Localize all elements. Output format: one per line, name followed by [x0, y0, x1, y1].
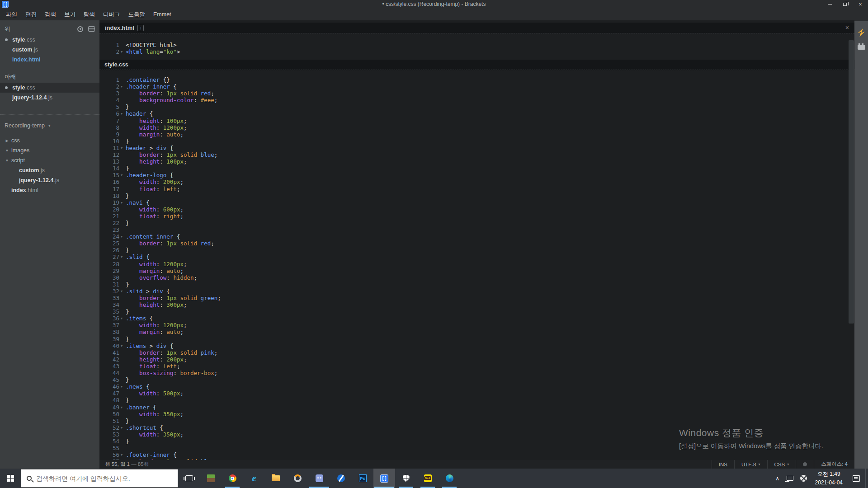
- code-line[interactable]: 8 width: 1200px;: [99, 124, 854, 131]
- taskbar-app-brackets[interactable]: []: [373, 469, 395, 488]
- menu-item[interactable]: 도움말: [124, 9, 150, 20]
- encoding-selector[interactable]: UTF-8 ▾: [734, 460, 767, 469]
- code-line[interactable]: 33 border: 1px solid green;: [99, 295, 854, 301]
- search-input[interactable]: [36, 475, 167, 482]
- code-line[interactable]: 14}: [99, 165, 854, 172]
- code-line[interactable]: 35}: [99, 308, 854, 315]
- close-button[interactable]: ×: [853, 0, 868, 9]
- code-line[interactable]: 7 height: 100px;: [99, 117, 854, 124]
- code-line[interactable]: 45}: [99, 376, 854, 383]
- extension-manager-icon[interactable]: [858, 45, 865, 50]
- minimize-button[interactable]: [822, 0, 837, 9]
- code-line[interactable]: 36▼.items {: [99, 315, 854, 322]
- code-line[interactable]: 37 width: 1200px;: [99, 322, 854, 328]
- code-line[interactable]: 1.container {}: [99, 76, 854, 83]
- code-line[interactable]: 39}: [99, 336, 854, 343]
- insert-mode-indicator[interactable]: INS: [712, 460, 734, 469]
- working-file-item[interactable]: index.html: [0, 55, 99, 65]
- language-selector[interactable]: CSS ▾: [767, 460, 796, 469]
- tree-file-custom.js[interactable]: custom.js: [0, 165, 99, 175]
- code-line[interactable]: 46▼.news {: [99, 383, 854, 390]
- code-line[interactable]: 15▼.header-logo {: [99, 172, 854, 178]
- tree-file-jquery-1.12.4.js[interactable]: jquery-1.12.4.js: [0, 175, 99, 185]
- code-line[interactable]: 2▼<html lang="ko">: [99, 48, 854, 55]
- code-line[interactable]: 32▼.slid > div {: [99, 288, 854, 295]
- code-line[interactable]: 21 float: right;: [99, 213, 854, 220]
- code-line[interactable]: 42 height: 200px;: [99, 356, 854, 363]
- menu-item[interactable]: 디버그: [99, 9, 124, 20]
- code-line[interactable]: 28 width: 1200px;: [99, 261, 854, 267]
- code-line[interactable]: 38 margin: auto;: [99, 328, 854, 335]
- menu-item[interactable]: 탐색: [80, 9, 99, 20]
- code-line[interactable]: 19▼.navi {: [99, 199, 854, 206]
- code-line[interactable]: 27▼.slid {: [99, 253, 854, 260]
- split-view-icon[interactable]: [88, 26, 95, 32]
- taskbar-app-defender[interactable]: [395, 469, 417, 488]
- tray-wheel-icon[interactable]: [797, 469, 811, 488]
- code-line[interactable]: 41 border: 1px solid pink;: [99, 349, 854, 356]
- code-line[interactable]: 16 width: 200px;: [99, 178, 854, 185]
- code-line[interactable]: 31}: [99, 281, 854, 288]
- tree-folder-script[interactable]: ▼script: [0, 155, 99, 165]
- tree-folder-images[interactable]: ▼images: [0, 145, 99, 155]
- project-dropdown[interactable]: Recording-temp ▾: [0, 120, 99, 131]
- code-line[interactable]: 29 margin: auto;: [99, 267, 854, 274]
- code-line[interactable]: 9 margin: auto;: [99, 131, 854, 138]
- tray-expand-chevron-icon[interactable]: ∧: [772, 475, 783, 482]
- taskbar-app-ie[interactable]: e: [243, 469, 265, 488]
- working-file-item[interactable]: style.css: [0, 35, 99, 45]
- code-line[interactable]: 2▼.header-inner {: [99, 83, 854, 90]
- taskbar-app-discord[interactable]: [308, 469, 330, 488]
- code-line[interactable]: 11▼header > div {: [99, 145, 854, 151]
- start-button[interactable]: [0, 469, 21, 488]
- taskbar-app-kakaotalk[interactable]: TALK: [417, 469, 439, 488]
- taskbar-app-overwatch[interactable]: [287, 469, 308, 488]
- code-line[interactable]: 30 overflow: hidden;: [99, 274, 854, 281]
- taskbar-app-chrome[interactable]: [222, 469, 243, 488]
- code-line[interactable]: 5}: [99, 103, 854, 110]
- editor-scrollbar[interactable]: [849, 40, 854, 324]
- code-line[interactable]: 23: [99, 226, 854, 233]
- code-line[interactable]: 6▼header {: [99, 110, 854, 117]
- chevron-down-icon[interactable]: ▼: [5, 159, 9, 163]
- chevron-down-icon[interactable]: ▼: [5, 149, 9, 153]
- taskbar-app-battlenet[interactable]: [330, 469, 352, 488]
- show-desktop-button[interactable]: [865, 469, 868, 488]
- menu-item[interactable]: 검색: [41, 9, 60, 20]
- code-line[interactable]: 44 box-sizing: border-box;: [99, 370, 854, 376]
- code-line[interactable]: 40▼.items > div {: [99, 343, 854, 349]
- code-line[interactable]: 48}: [99, 397, 854, 404]
- tree-file-index.html[interactable]: index.html: [0, 185, 99, 195]
- code-line[interactable]: 25 border: 1px solid red;: [99, 240, 854, 247]
- task-view-button[interactable]: [178, 469, 200, 488]
- code-line[interactable]: 47 width: 500px;: [99, 390, 854, 397]
- lint-status[interactable]: [796, 460, 814, 469]
- live-preview-icon[interactable]: [857, 28, 865, 37]
- taskbar-app-minecraft[interactable]: [200, 469, 222, 488]
- code-line[interactable]: 10}: [99, 138, 854, 145]
- working-file-item[interactable]: custom.js: [0, 45, 99, 55]
- action-center-icon[interactable]: [853, 475, 860, 482]
- code-line[interactable]: 43 float: left;: [99, 363, 854, 370]
- code-line[interactable]: 26}: [99, 247, 854, 253]
- code-line[interactable]: 24▼.content-inner {: [99, 233, 854, 240]
- code-line[interactable]: 51}: [99, 418, 854, 424]
- maximize-button[interactable]: [837, 0, 853, 9]
- document-close-icon[interactable]: ×: [845, 24, 849, 31]
- code-line[interactable]: 50 width: 350px;: [99, 411, 854, 418]
- code-line[interactable]: 17 float: left;: [99, 186, 854, 192]
- code-line[interactable]: 13 height: 100px;: [99, 158, 854, 165]
- code-line[interactable]: 56▼.footer-inner {: [99, 451, 854, 458]
- code-line[interactable]: 20 width: 600px;: [99, 206, 854, 213]
- network-tray-icon[interactable]: [783, 469, 797, 488]
- working-file-item[interactable]: jquery-1.12.4.js: [0, 93, 99, 103]
- tree-folder-css[interactable]: ▶css: [0, 136, 99, 145]
- taskbar-app-photoshop[interactable]: Ps: [352, 469, 373, 488]
- working-file-item[interactable]: style.css: [0, 83, 99, 93]
- code-line[interactable]: 49▼.banner {: [99, 404, 854, 411]
- menu-item[interactable]: 파일: [2, 9, 21, 20]
- gear-icon[interactable]: [77, 26, 83, 32]
- menu-item[interactable]: 편집: [21, 9, 41, 20]
- menu-item[interactable]: 보기: [60, 9, 80, 20]
- taskbar-app-edge[interactable]: [439, 469, 460, 488]
